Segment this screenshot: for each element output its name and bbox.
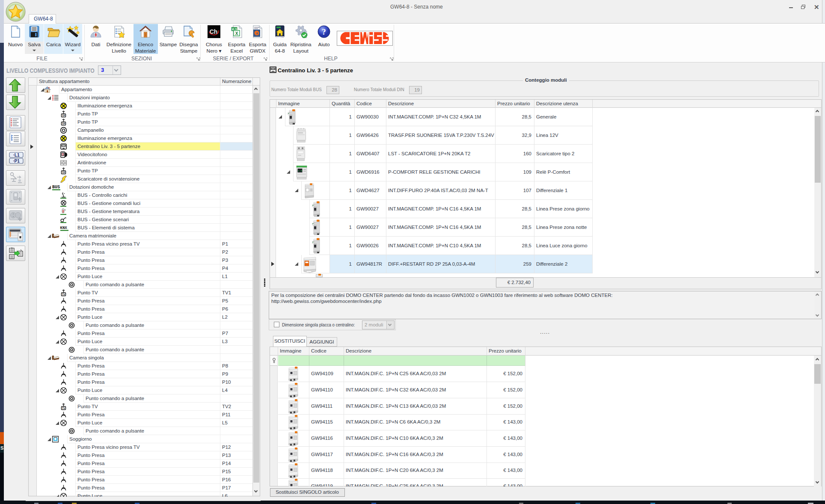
svg-text:TV: TV: [62, 293, 65, 296]
svg-text:X: X: [235, 31, 238, 36]
svg-text:TP: TP: [62, 114, 65, 117]
svg-text:TV: TV: [62, 407, 65, 409]
svg-text:KNX: KNX: [60, 226, 68, 230]
svg-text:?: ?: [322, 27, 326, 36]
svg-text:·P1: ·P1: [13, 159, 20, 163]
svg-text:BUS: BUS: [52, 185, 60, 190]
svg-text:c: c: [65, 208, 66, 211]
svg-text:1.9: 1.9: [298, 170, 302, 172]
svg-text:·L1: ·L1: [13, 153, 20, 157]
svg-text:TP: TP: [62, 171, 65, 174]
svg-text:TP: TP: [62, 122, 65, 125]
